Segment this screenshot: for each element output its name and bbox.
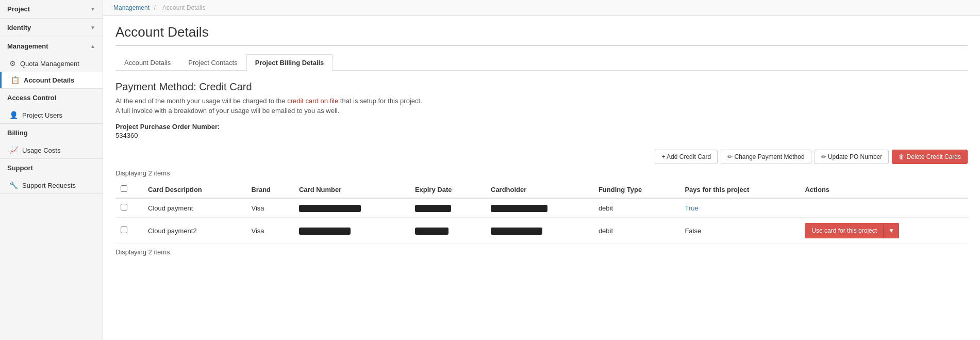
td-pays-for-project: True: [679, 198, 800, 218]
main-content: Management / Account Details Account Det…: [103, 0, 980, 340]
table-row: Cloud payment Visa debit True: [115, 198, 968, 218]
table-row: Cloud payment2 Visa debit False: [115, 218, 968, 244]
td-checkbox: [115, 198, 143, 218]
row-checkbox[interactable]: [121, 204, 127, 211]
sidebar-section-support: Support 🔧 Support Requests: [0, 159, 103, 194]
content-area: Account Details Account Details Project …: [103, 16, 980, 340]
tab-project-contacts[interactable]: Project Contacts: [179, 54, 246, 71]
sidebar-section-access-control: Access Control 👤 Project Users: [0, 89, 103, 124]
sidebar-identity-header[interactable]: Identity ▼: [0, 19, 103, 37]
payment-desc-1: At the end of the month your usage will …: [115, 97, 968, 105]
change-payment-method-button[interactable]: ✏ Change Payment Method: [721, 150, 811, 164]
payment-method-heading: Payment Method: Credit Card: [115, 81, 968, 93]
tabs: Account Details Project Contacts Project…: [115, 54, 968, 71]
use-card-dropdown-button[interactable]: ▼: [884, 223, 899, 238]
sidebar-section-management: Management ▲ ⚙ Quota Management 📋 Accoun…: [0, 37, 103, 89]
th-checkbox: [115, 181, 143, 198]
chevron-down-icon: ▼: [888, 227, 894, 234]
td-card-description: Cloud payment: [143, 198, 246, 218]
sidebar-item-quota-management[interactable]: ⚙ Quota Management: [0, 55, 103, 72]
td-cardholder: [486, 218, 593, 244]
payment-desc-2: A full invoice with a breakdown of your …: [115, 107, 968, 115]
row-checkbox[interactable]: [121, 226, 127, 233]
sidebar-access-control-header[interactable]: Access Control: [0, 89, 103, 107]
breadcrumb: Management / Account Details: [103, 0, 980, 16]
po-value: 534360: [115, 132, 968, 139]
card-number-redacted: [299, 228, 351, 235]
sidebar-item-label: Project Users: [22, 111, 62, 119]
breadcrumb-separator: /: [154, 4, 155, 11]
add-credit-card-button[interactable]: + Add Credit Card: [655, 150, 718, 164]
breadcrumb-current: Account Details: [162, 4, 205, 11]
actions-row: + Add Credit Card ✏ Change Payment Metho…: [115, 150, 968, 164]
sidebar-billing-label: Billing: [7, 129, 28, 137]
table-header-row: Card Description Brand Card Number Expir…: [115, 181, 968, 198]
sidebar-item-label: Support Requests: [22, 182, 76, 189]
sidebar-item-label: Account Details: [24, 76, 74, 84]
tab-project-billing-details[interactable]: Project Billing Details: [246, 54, 333, 71]
delete-credit-cards-button[interactable]: 🗑 Delete Credit Cards: [892, 150, 968, 164]
sidebar-section-project: Project ▼: [0, 0, 103, 19]
select-all-checkbox[interactable]: [121, 185, 127, 192]
sidebar-management-label: Management: [7, 42, 48, 50]
sidebar-item-account-details[interactable]: 📋 Account Details: [0, 72, 103, 88]
sidebar-item-label: Quota Management: [20, 60, 79, 68]
th-actions: Actions: [800, 181, 968, 198]
sidebar-section-identity: Identity ▼: [0, 19, 103, 37]
title-divider: [115, 45, 968, 46]
users-icon: 👤: [9, 111, 18, 119]
th-expiry-date: Expiry Date: [410, 181, 486, 198]
td-actions: [800, 198, 968, 218]
th-funding-type: Funding Type: [593, 181, 680, 198]
card-number-redacted: [299, 205, 361, 212]
chevron-down-icon: ▼: [90, 25, 95, 30]
sidebar-management-header[interactable]: Management ▲: [0, 37, 103, 55]
sidebar-section-billing: Billing 📈 Usage Costs: [0, 124, 103, 159]
sidebar-billing-header[interactable]: Billing: [0, 124, 103, 142]
expiry-date-redacted: [415, 205, 451, 212]
td-card-number: [294, 218, 410, 244]
chevron-down-icon: ▼: [90, 6, 95, 12]
td-pays-for-project: False: [679, 218, 800, 244]
td-funding-type: debit: [593, 198, 680, 218]
po-section: Project Purchase Order Number: 534360: [115, 123, 968, 139]
td-expiry-date: [410, 198, 486, 218]
sidebar-access-control-label: Access Control: [7, 94, 56, 102]
cardholder-redacted: [491, 205, 547, 212]
items-count-top: Displaying 2 items: [115, 169, 968, 177]
use-card-button[interactable]: Use card for this project: [805, 223, 884, 238]
th-cardholder: Cardholder: [486, 181, 593, 198]
update-po-number-button[interactable]: ✏ Update PO Number: [815, 150, 889, 164]
breadcrumb-parent[interactable]: Management: [113, 4, 150, 11]
sidebar-item-label: Usage Costs: [22, 147, 60, 154]
td-funding-type: debit: [593, 218, 680, 244]
account-icon: 📋: [11, 76, 20, 84]
th-card-description: Card Description: [143, 181, 246, 198]
pays-false-value: False: [685, 227, 701, 235]
td-card-number: [294, 198, 410, 218]
tab-account-details[interactable]: Account Details: [115, 54, 179, 71]
sidebar-identity-label: Identity: [7, 24, 31, 31]
use-card-button-group: Use card for this project ▼: [805, 223, 962, 238]
sidebar-item-support-requests[interactable]: 🔧 Support Requests: [0, 177, 103, 193]
th-brand: Brand: [246, 181, 293, 198]
sidebar-item-usage-costs[interactable]: 📈 Usage Costs: [0, 142, 103, 158]
td-expiry-date: [410, 218, 486, 244]
sidebar-item-project-users[interactable]: 👤 Project Users: [0, 107, 103, 123]
sidebar-support-header[interactable]: Support: [0, 159, 103, 177]
chevron-up-icon: ▲: [90, 43, 95, 49]
sidebar: Project ▼ Identity ▼ Management ▲ ⚙ Quot…: [0, 0, 103, 340]
sidebar-support-label: Support: [7, 164, 33, 172]
items-count-bottom: Displaying 2 items: [115, 248, 968, 256]
th-pays-for-project: Pays for this project: [679, 181, 800, 198]
td-card-description: Cloud payment2: [143, 218, 246, 244]
th-card-number: Card Number: [294, 181, 410, 198]
pays-true-value: True: [685, 204, 698, 212]
wrench-icon: 🔧: [9, 181, 18, 189]
sidebar-project-header[interactable]: Project ▼: [0, 0, 103, 18]
td-brand: Visa: [246, 218, 293, 244]
quota-icon: ⚙: [9, 59, 16, 68]
td-cardholder: [486, 198, 593, 218]
expiry-date-redacted: [415, 228, 449, 235]
td-checkbox: [115, 218, 143, 244]
